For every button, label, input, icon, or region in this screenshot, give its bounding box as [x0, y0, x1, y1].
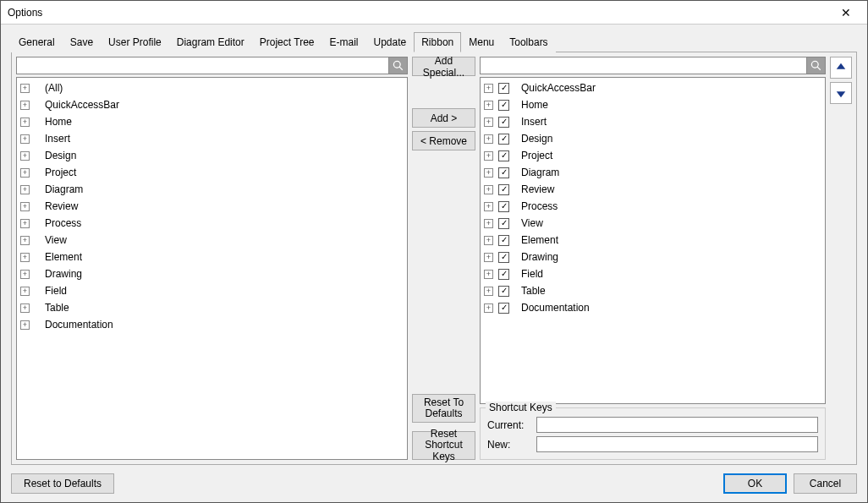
tree-item[interactable]: +Drawing: [17, 265, 407, 282]
search-icon[interactable]: [806, 57, 826, 74]
add-special-button[interactable]: Add Special...: [412, 57, 475, 76]
move-down-button[interactable]: [830, 82, 852, 104]
expand-icon[interactable]: +: [484, 202, 493, 211]
checkbox[interactable]: ✓: [498, 134, 509, 145]
expand-icon[interactable]: +: [20, 253, 30, 262]
tab-project-tree[interactable]: Project Tree: [252, 32, 322, 52]
tree-item[interactable]: +Field: [17, 282, 407, 299]
checkbox[interactable]: ✓: [498, 218, 509, 229]
expand-icon[interactable]: +: [484, 253, 493, 262]
reset-shortcut-keys-button[interactable]: Reset Shortcut Keys: [412, 431, 475, 460]
expand-icon[interactable]: +: [484, 101, 493, 110]
tree-item[interactable]: +QuickAccessBar: [17, 96, 407, 113]
search-icon[interactable]: [388, 57, 408, 74]
tree-item[interactable]: +✓Table: [481, 282, 825, 299]
checkbox[interactable]: ✓: [498, 83, 509, 94]
tree-item[interactable]: +(All): [17, 79, 407, 96]
expand-icon[interactable]: +: [484, 270, 493, 279]
expand-icon[interactable]: +: [484, 84, 493, 93]
tab-menu[interactable]: Menu: [461, 32, 502, 52]
tree-item[interactable]: +✓Review: [481, 181, 825, 198]
expand-icon[interactable]: +: [20, 101, 30, 110]
tree-item[interactable]: +✓View: [481, 215, 825, 232]
tree-item[interactable]: +✓Insert: [481, 113, 825, 130]
expand-icon[interactable]: +: [20, 303, 30, 313]
tab-toolbars[interactable]: Toolbars: [502, 32, 555, 52]
checkbox[interactable]: ✓: [498, 303, 509, 314]
checkbox[interactable]: ✓: [498, 150, 509, 161]
tree-item[interactable]: +✓Drawing: [481, 249, 825, 265]
checkbox[interactable]: ✓: [498, 252, 509, 263]
selected-commands-tree[interactable]: +✓QuickAccessBar+✓Home+✓Insert+✓Design+✓…: [480, 77, 826, 404]
expand-icon[interactable]: +: [20, 219, 30, 228]
expand-icon[interactable]: +: [20, 270, 30, 279]
expand-icon[interactable]: +: [484, 236, 493, 245]
tab-diagram-editor[interactable]: Diagram Editor: [169, 32, 252, 52]
tree-item[interactable]: +Project: [17, 164, 407, 181]
tab-save[interactable]: Save: [63, 32, 101, 52]
tab-e-mail[interactable]: E-mail: [321, 32, 365, 52]
tree-item[interactable]: +Table: [17, 299, 407, 316]
tree-item[interactable]: +✓Process: [481, 198, 825, 215]
tree-item[interactable]: +Process: [17, 215, 407, 232]
tree-item[interactable]: +✓Project: [481, 147, 825, 164]
tree-item[interactable]: +✓Diagram: [481, 164, 825, 181]
expand-icon[interactable]: +: [20, 134, 30, 144]
expand-icon[interactable]: +: [20, 236, 30, 245]
tab-update[interactable]: Update: [366, 32, 415, 52]
add-button[interactable]: Add >: [412, 108, 475, 128]
tree-item[interactable]: +View: [17, 232, 407, 249]
tree-item[interactable]: +Design: [17, 147, 407, 164]
expand-icon[interactable]: +: [20, 168, 30, 178]
checkbox[interactable]: ✓: [498, 286, 509, 297]
expand-icon[interactable]: +: [20, 202, 30, 211]
tree-item[interactable]: +Diagram: [17, 181, 407, 198]
tab-ribbon[interactable]: Ribbon: [414, 32, 461, 52]
checkbox[interactable]: ✓: [498, 269, 509, 280]
expand-icon[interactable]: +: [20, 320, 30, 330]
expand-icon[interactable]: +: [20, 84, 30, 93]
checkbox[interactable]: ✓: [498, 201, 509, 212]
close-icon[interactable]: ✕: [832, 6, 860, 19]
expand-icon[interactable]: +: [484, 151, 493, 161]
available-commands-tree[interactable]: +(All)+QuickAccessBar+Home+Insert+Design…: [16, 77, 408, 460]
tree-item[interactable]: +✓Documentation: [481, 299, 825, 316]
new-shortcut-input[interactable]: [536, 436, 818, 452]
reset-to-defaults-button[interactable]: Reset to Defaults: [11, 473, 114, 494]
expand-icon[interactable]: +: [20, 287, 30, 296]
left-search-input[interactable]: [16, 57, 388, 74]
ok-button[interactable]: OK: [723, 473, 787, 494]
checkbox[interactable]: ✓: [498, 100, 509, 111]
tree-item[interactable]: +✓Design: [481, 130, 825, 147]
tab-general[interactable]: General: [11, 32, 63, 52]
expand-icon[interactable]: +: [20, 185, 30, 194]
tree-item[interactable]: +Documentation: [17, 316, 407, 333]
checkbox[interactable]: ✓: [498, 184, 509, 195]
tree-item[interactable]: +Element: [17, 249, 407, 265]
cancel-button[interactable]: Cancel: [794, 473, 857, 494]
checkbox[interactable]: ✓: [498, 235, 509, 246]
tree-item[interactable]: +✓Element: [481, 232, 825, 249]
expand-icon[interactable]: +: [484, 168, 493, 178]
tree-item[interactable]: +Insert: [17, 130, 407, 147]
expand-icon[interactable]: +: [484, 219, 493, 228]
expand-icon[interactable]: +: [484, 134, 493, 144]
move-up-button[interactable]: [830, 57, 852, 79]
expand-icon[interactable]: +: [484, 118, 493, 127]
checkbox[interactable]: ✓: [498, 167, 509, 178]
tree-item[interactable]: +✓QuickAccessBar: [481, 79, 825, 96]
tree-item[interactable]: +✓Home: [481, 96, 825, 113]
tree-item[interactable]: +Home: [17, 113, 407, 130]
tree-item[interactable]: +✓Field: [481, 265, 825, 282]
tree-item[interactable]: +Review: [17, 198, 407, 215]
expand-icon[interactable]: +: [20, 118, 30, 127]
remove-button[interactable]: < Remove: [412, 131, 475, 150]
expand-icon[interactable]: +: [484, 303, 493, 313]
expand-icon[interactable]: +: [20, 151, 30, 161]
tab-user-profile[interactable]: User Profile: [101, 32, 169, 52]
reset-to-defaults-small-button[interactable]: Reset To Defaults: [412, 394, 475, 423]
checkbox[interactable]: ✓: [498, 117, 509, 128]
current-shortcut-input[interactable]: [536, 417, 818, 433]
expand-icon[interactable]: +: [484, 185, 493, 194]
right-search-input[interactable]: [480, 57, 806, 74]
